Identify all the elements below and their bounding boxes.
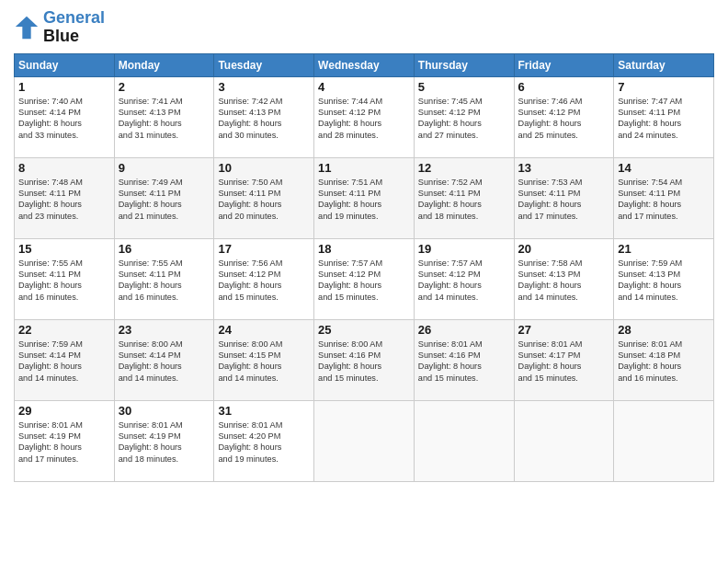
calendar-cell: 18Sunrise: 7:57 AMSunset: 4:12 PMDayligh… [314, 238, 415, 319]
day-number: 2 [119, 80, 210, 94]
day-detail: Sunrise: 8:01 AMSunset: 4:17 PMDaylight:… [518, 339, 610, 385]
day-detail: Sunrise: 8:01 AMSunset: 4:18 PMDaylight:… [618, 339, 710, 385]
calendar-cell: 13Sunrise: 7:53 AMSunset: 4:11 PMDayligh… [514, 157, 614, 238]
calendar-cell: 26Sunrise: 8:01 AMSunset: 4:16 PMDayligh… [414, 319, 514, 400]
calendar-cell [514, 400, 614, 481]
day-detail: Sunrise: 7:45 AMSunset: 4:12 PMDaylight:… [418, 96, 510, 142]
day-number: 3 [218, 80, 310, 94]
day-detail: Sunrise: 7:59 AMSunset: 4:14 PMDaylight:… [18, 339, 110, 385]
day-number: 12 [418, 161, 510, 175]
day-number: 23 [119, 323, 210, 337]
day-detail: Sunrise: 7:59 AMSunset: 4:13 PMDaylight:… [618, 258, 710, 304]
logo-text: GeneralBlue [43, 9, 105, 46]
day-number: 24 [218, 323, 310, 337]
day-detail: Sunrise: 8:00 AMSunset: 4:14 PMDaylight:… [119, 339, 210, 385]
day-detail: Sunrise: 7:50 AMSunset: 4:11 PMDaylight:… [218, 177, 310, 223]
day-number: 15 [18, 242, 110, 256]
calendar-cell: 16Sunrise: 7:55 AMSunset: 4:11 PMDayligh… [114, 238, 214, 319]
calendar-cell: 10Sunrise: 7:50 AMSunset: 4:11 PMDayligh… [214, 157, 314, 238]
calendar-cell: 4Sunrise: 7:44 AMSunset: 4:12 PMDaylight… [314, 76, 415, 157]
day-detail: Sunrise: 7:54 AMSunset: 4:11 PMDaylight:… [618, 177, 710, 223]
day-header-tuesday: Tuesday [214, 53, 314, 76]
calendar-cell: 14Sunrise: 7:54 AMSunset: 4:11 PMDayligh… [614, 157, 714, 238]
calendar-cell: 3Sunrise: 7:42 AMSunset: 4:13 PMDaylight… [214, 76, 314, 157]
day-detail: Sunrise: 7:55 AMSunset: 4:11 PMDaylight:… [18, 258, 110, 304]
day-detail: Sunrise: 7:57 AMSunset: 4:12 PMDaylight:… [418, 258, 510, 304]
day-number: 10 [218, 161, 310, 175]
day-number: 1 [18, 80, 110, 94]
day-detail: Sunrise: 7:51 AMSunset: 4:11 PMDaylight:… [318, 177, 410, 223]
day-number: 16 [119, 242, 210, 256]
calendar-cell: 29Sunrise: 8:01 AMSunset: 4:19 PMDayligh… [15, 400, 115, 481]
day-detail: Sunrise: 7:48 AMSunset: 4:11 PMDaylight:… [18, 177, 110, 223]
day-detail: Sunrise: 8:01 AMSunset: 4:20 PMDaylight:… [218, 419, 310, 465]
day-detail: Sunrise: 7:42 AMSunset: 4:13 PMDaylight:… [218, 96, 310, 142]
calendar-cell: 24Sunrise: 8:00 AMSunset: 4:15 PMDayligh… [214, 319, 314, 400]
calendar-cell: 11Sunrise: 7:51 AMSunset: 4:11 PMDayligh… [314, 157, 415, 238]
day-number: 27 [518, 323, 610, 337]
day-number: 14 [618, 161, 710, 175]
day-detail: Sunrise: 7:57 AMSunset: 4:12 PMDaylight:… [318, 258, 410, 304]
calendar-cell: 2Sunrise: 7:41 AMSunset: 4:13 PMDaylight… [114, 76, 214, 157]
calendar-cell: 9Sunrise: 7:49 AMSunset: 4:11 PMDaylight… [114, 157, 214, 238]
day-header-friday: Friday [514, 53, 614, 76]
calendar-cell: 7Sunrise: 7:47 AMSunset: 4:11 PMDaylight… [614, 76, 714, 157]
day-number: 13 [518, 161, 610, 175]
page-header: GeneralBlue [14, 9, 714, 46]
day-detail: Sunrise: 8:00 AMSunset: 4:16 PMDaylight:… [318, 339, 410, 385]
day-header-monday: Monday [114, 53, 214, 76]
day-number: 22 [18, 323, 110, 337]
day-number: 7 [618, 80, 710, 94]
calendar-cell [314, 400, 415, 481]
day-number: 9 [119, 161, 210, 175]
day-detail: Sunrise: 8:01 AMSunset: 4:19 PMDaylight:… [119, 419, 210, 465]
calendar-cell: 23Sunrise: 8:00 AMSunset: 4:14 PMDayligh… [114, 319, 214, 400]
calendar-cell [614, 400, 714, 481]
calendar-cell: 12Sunrise: 7:52 AMSunset: 4:11 PMDayligh… [414, 157, 514, 238]
calendar-cell: 28Sunrise: 8:01 AMSunset: 4:18 PMDayligh… [614, 319, 714, 400]
calendar-table: SundayMondayTuesdayWednesdayThursdayFrid… [14, 53, 714, 482]
day-detail: Sunrise: 7:46 AMSunset: 4:12 PMDaylight:… [518, 96, 610, 142]
day-number: 25 [318, 323, 410, 337]
day-detail: Sunrise: 8:01 AMSunset: 4:19 PMDaylight:… [18, 419, 110, 465]
day-detail: Sunrise: 7:41 AMSunset: 4:13 PMDaylight:… [119, 96, 210, 142]
day-number: 28 [618, 323, 710, 337]
calendar-cell: 8Sunrise: 7:48 AMSunset: 4:11 PMDaylight… [15, 157, 115, 238]
day-number: 19 [418, 242, 510, 256]
calendar-cell: 20Sunrise: 7:58 AMSunset: 4:13 PMDayligh… [514, 238, 614, 319]
day-number: 4 [318, 80, 410, 94]
calendar-cell: 15Sunrise: 7:55 AMSunset: 4:11 PMDayligh… [15, 238, 115, 319]
calendar-cell: 19Sunrise: 7:57 AMSunset: 4:12 PMDayligh… [414, 238, 514, 319]
calendar-cell: 5Sunrise: 7:45 AMSunset: 4:12 PMDaylight… [414, 76, 514, 157]
day-number: 30 [119, 404, 210, 418]
day-number: 31 [218, 404, 310, 418]
calendar-cell: 1Sunrise: 7:40 AMSunset: 4:14 PMDaylight… [15, 76, 115, 157]
calendar-cell: 17Sunrise: 7:56 AMSunset: 4:12 PMDayligh… [214, 238, 314, 319]
day-header-wednesday: Wednesday [314, 53, 415, 76]
day-detail: Sunrise: 7:44 AMSunset: 4:12 PMDaylight:… [318, 96, 410, 142]
calendar-cell: 21Sunrise: 7:59 AMSunset: 4:13 PMDayligh… [614, 238, 714, 319]
calendar-cell: 30Sunrise: 8:01 AMSunset: 4:19 PMDayligh… [114, 400, 214, 481]
calendar-cell: 27Sunrise: 8:01 AMSunset: 4:17 PMDayligh… [514, 319, 614, 400]
day-detail: Sunrise: 7:49 AMSunset: 4:11 PMDaylight:… [119, 177, 210, 223]
day-number: 26 [418, 323, 510, 337]
day-number: 18 [318, 242, 410, 256]
day-detail: Sunrise: 7:47 AMSunset: 4:11 PMDaylight:… [618, 96, 710, 142]
day-number: 8 [18, 161, 110, 175]
calendar-cell: 6Sunrise: 7:46 AMSunset: 4:12 PMDaylight… [514, 76, 614, 157]
day-detail: Sunrise: 7:58 AMSunset: 4:13 PMDaylight:… [518, 258, 610, 304]
svg-marker-0 [16, 17, 38, 39]
calendar-cell: 25Sunrise: 8:00 AMSunset: 4:16 PMDayligh… [314, 319, 415, 400]
day-detail: Sunrise: 7:53 AMSunset: 4:11 PMDaylight:… [518, 177, 610, 223]
day-detail: Sunrise: 8:01 AMSunset: 4:16 PMDaylight:… [418, 339, 510, 385]
calendar-cell: 31Sunrise: 8:01 AMSunset: 4:20 PMDayligh… [214, 400, 314, 481]
day-number: 17 [218, 242, 310, 256]
day-header-thursday: Thursday [414, 53, 514, 76]
calendar-cell: 22Sunrise: 7:59 AMSunset: 4:14 PMDayligh… [15, 319, 115, 400]
day-detail: Sunrise: 8:00 AMSunset: 4:15 PMDaylight:… [218, 339, 310, 385]
day-number: 11 [318, 161, 410, 175]
day-header-sunday: Sunday [15, 53, 115, 76]
day-detail: Sunrise: 7:52 AMSunset: 4:11 PMDaylight:… [418, 177, 510, 223]
day-number: 29 [18, 404, 110, 418]
day-number: 5 [418, 80, 510, 94]
